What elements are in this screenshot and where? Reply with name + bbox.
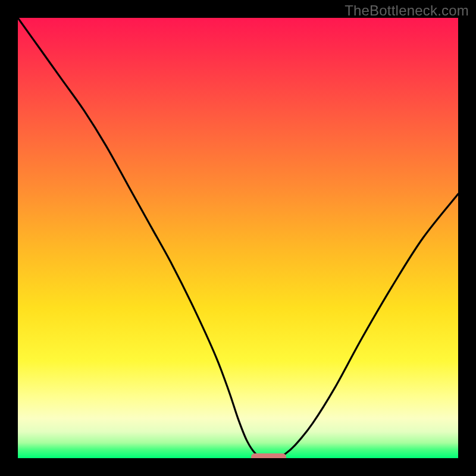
plot-area bbox=[18, 18, 458, 458]
chart-frame: TheBottleneck.com bbox=[0, 0, 476, 476]
bottleneck-curve bbox=[18, 18, 458, 458]
curve-svg bbox=[18, 18, 458, 458]
watermark-text: TheBottleneck.com bbox=[345, 2, 469, 19]
optimum-marker bbox=[251, 453, 286, 458]
